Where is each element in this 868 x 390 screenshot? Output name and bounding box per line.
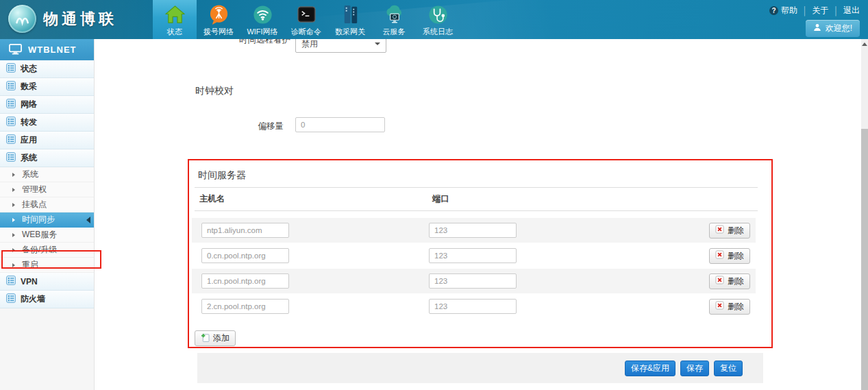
sidebar-item-admin-rights[interactable]: 管理权	[0, 182, 94, 197]
sidebar-item-status[interactable]: 状态	[0, 60, 94, 78]
sidebar-item-forwarding[interactable]: 转发	[0, 114, 94, 132]
delete-server-button[interactable]: 删除	[709, 299, 750, 315]
clock-section-title: 时钟校对	[195, 85, 234, 97]
sidebar-item-system-sub[interactable]: 系统	[0, 167, 94, 182]
sidebar-item-label: 挂载点	[22, 199, 47, 210]
dial-network-icon	[208, 1, 230, 26]
nav-item-label: 云服务	[383, 27, 406, 37]
triangle-right-icon	[12, 218, 18, 222]
add-icon	[201, 333, 210, 344]
main-nav: 状态 拨号网络 WIFI网络 诊断命令 数采网关 云服务 系统日志	[153, 0, 460, 39]
sidebar-item-backup-upgrade[interactable]: 备份/升级	[0, 243, 94, 258]
delete-server-button[interactable]: 删除	[709, 223, 750, 239]
list-icon	[6, 117, 16, 128]
sidebar-item-time-sync[interactable]: 时间同步	[0, 212, 94, 228]
list-icon	[6, 276, 16, 287]
chevron-down-icon	[375, 42, 380, 45]
selected-pointer-icon	[86, 217, 90, 223]
port-input[interactable]	[429, 223, 517, 238]
nav-item-system-log[interactable]: 系统日志	[416, 0, 460, 39]
delete-server-button[interactable]: 删除	[709, 273, 750, 289]
list-icon	[6, 63, 16, 75]
link-logout[interactable]: 退出	[843, 5, 860, 16]
sidebar-item-network[interactable]: 网络	[0, 96, 94, 114]
sidebar-item-label: 时间同步	[22, 214, 55, 226]
nav-item-data-gateway[interactable]: 数采网关	[328, 0, 372, 39]
port-input[interactable]	[429, 299, 517, 314]
list-icon	[6, 293, 16, 305]
host-input[interactable]	[201, 223, 289, 238]
sidebar-item-label: 转发	[21, 117, 37, 128]
delete-server-button[interactable]: 删除	[709, 248, 750, 264]
time-servers-title: 时间服务器	[198, 169, 246, 182]
link-help[interactable]: ? 帮助	[769, 5, 797, 16]
home-icon	[164, 1, 186, 26]
sidebar-item-label: WEB服务	[22, 229, 57, 241]
sidebar-item-label: 管理权	[22, 184, 47, 195]
port-input[interactable]	[429, 273, 517, 289]
list-icon	[6, 152, 16, 164]
port-input[interactable]	[429, 248, 517, 263]
column-header-host: 主机名	[195, 193, 432, 205]
triangle-right-icon	[12, 188, 18, 192]
top-links: ? 帮助 │ 关于 │ 退出	[769, 5, 860, 16]
syslog-icon	[427, 1, 449, 26]
question-icon: ?	[769, 6, 778, 15]
scrollbar[interactable]	[861, 39, 868, 390]
remote-watch-select[interactable]: 禁用	[295, 39, 386, 53]
nav-item-wifi-network[interactable]: WIFI网络	[240, 0, 284, 39]
sidebar-item-data-collect[interactable]: 数采	[0, 78, 94, 96]
nav-item-status[interactable]: 状态	[153, 0, 197, 39]
delete-button-label: 删除	[728, 276, 744, 287]
welcome-text: 欢迎您!	[826, 23, 852, 34]
delete-icon	[715, 250, 724, 261]
host-input[interactable]	[201, 248, 289, 263]
save-apply-button[interactable]: 保存&应用	[625, 361, 675, 376]
sidebar-item-web-service[interactable]: WEB服务	[0, 228, 94, 243]
sidebar-item-label: 系统	[21, 152, 37, 164]
wifi-icon	[251, 1, 274, 26]
nav-item-label: 拨号网络	[203, 27, 234, 37]
host-input[interactable]	[201, 273, 289, 289]
top-header: 物通博联 状态 拨号网络 WIFI网络 诊断命令 数采网关 云服务 系统日志 ?…	[0, 0, 868, 39]
delete-icon	[715, 225, 724, 236]
sidebar-item-vpn[interactable]: VPN	[0, 273, 94, 291]
remote-watch-select-value: 禁用	[301, 39, 318, 50]
host-input[interactable]	[201, 299, 289, 314]
footer-action-bar: 保存&应用保存复位	[197, 353, 763, 383]
sidebar-item-application[interactable]: 应用	[0, 132, 94, 149]
list-icon	[6, 134, 16, 146]
screen: 物通博联 状态 拨号网络 WIFI网络 诊断命令 数采网关 云服务 系统日志 ?…	[0, 0, 868, 390]
triangle-right-icon	[12, 173, 18, 177]
sidebar-item-reboot[interactable]: 重启	[0, 258, 94, 273]
server-row: 删除	[192, 294, 756, 319]
sidebar-item-label: 状态	[21, 63, 37, 75]
nav-item-label: 系统日志	[423, 27, 453, 37]
sidebar: WTBLNET 状态 数采 网络 转发 应用 系统 系统 管理权 挂载点	[0, 39, 95, 390]
scrollbar-up-arrow-icon[interactable]	[862, 42, 867, 46]
nav-item-label: 状态	[167, 27, 182, 37]
save-button[interactable]: 保存	[680, 361, 709, 376]
nav-item-label: 诊断命令	[291, 27, 321, 37]
sidebar-item-mount-point[interactable]: 挂载点	[0, 197, 94, 212]
list-icon	[6, 99, 16, 110]
welcome-badge[interactable]: 欢迎您!	[806, 20, 860, 37]
person-icon	[813, 23, 821, 34]
nav-item-label: WIFI网络	[247, 27, 277, 37]
nav-item-dial-network[interactable]: 拨号网络	[197, 0, 240, 39]
nav-item-diagnostic-command[interactable]: 诊断命令	[284, 0, 328, 39]
main-content: 时间远程看护 禁用 时钟校对 偏移量 时间服务器 主机名 端口 删除 删除	[95, 39, 861, 390]
offset-input[interactable]	[295, 117, 385, 132]
add-server-button[interactable]: 添加	[195, 330, 236, 346]
link-separator: │	[834, 6, 839, 16]
link-label: 退出	[843, 5, 860, 16]
scrollbar-thumb[interactable]	[861, 129, 868, 390]
reset-button[interactable]: 复位	[714, 361, 743, 376]
sidebar-item-system[interactable]: 系统	[0, 149, 94, 167]
link-about[interactable]: 关于	[813, 5, 829, 16]
sidebar-item-firewall[interactable]: 防火墙	[0, 291, 94, 308]
list-icon	[6, 81, 16, 93]
terminal-icon	[295, 1, 318, 26]
nav-item-cloud-service[interactable]: 云服务	[372, 0, 416, 39]
sidebar-item-label: VPN	[21, 277, 38, 287]
